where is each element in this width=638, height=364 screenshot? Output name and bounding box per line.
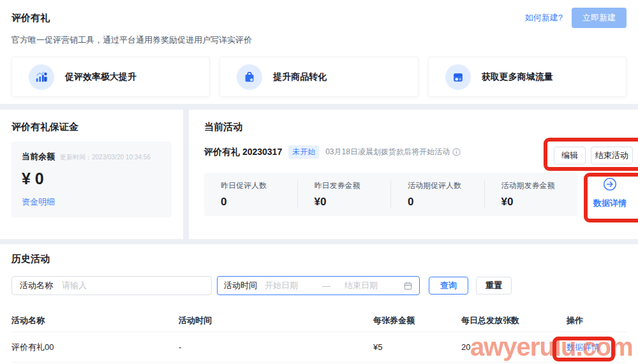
shopping-bag-icon: [237, 64, 262, 90]
balance-amount: ¥ 0: [22, 170, 161, 188]
stat-yesterday-coupon-amount: 昨日发券金额 ¥0: [297, 180, 391, 208]
feature-card-efficiency: 促评效率极大提升: [11, 57, 210, 97]
col-header-actions: 操作: [567, 315, 627, 326]
filter-row: 活动名称 请输入 活动时间 开始日期 — 结束日期 查询 重置: [11, 276, 627, 295]
cell-coupon-amount: ¥5: [373, 342, 461, 352]
deposit-panel: 评价有礼保证金 当前余额 更新时间：2023/03/20 10:34:56 ¥ …: [0, 110, 183, 239]
col-header-coupon-amount: 每张券金额: [373, 315, 461, 326]
activity-name: 评价有礼 20230317: [204, 147, 282, 158]
stat-label: 昨日促评人数: [221, 180, 297, 191]
stat-period-coupon-amount: 活动期发券金额 ¥0: [484, 180, 578, 208]
status-badge: 未开始: [288, 145, 319, 159]
info-icon[interactable]: [452, 148, 461, 156]
data-detail-button[interactable]: 数据详情: [583, 177, 637, 209]
activity-note: 03月18日凌晨划拨货款后将开始活动: [325, 147, 461, 157]
stat-value: 0: [408, 196, 484, 208]
stat-value: ¥0: [315, 196, 391, 208]
history-title: 历史活动: [11, 253, 627, 265]
activity-time-label: 活动时间: [224, 280, 257, 291]
current-activity-title: 当前活动: [204, 121, 638, 133]
history-table: 活动名称 活动时间 每张券金额 每日总发放张数 操作 评价有礼00 - ¥5 2…: [11, 309, 627, 363]
activity-time-range-input[interactable]: 活动时间 开始日期 — 结束日期: [217, 276, 420, 295]
how-to-create-link[interactable]: 如何新建?: [525, 12, 563, 24]
history-section: 历史活动 活动名称 请输入 活动时间 开始日期 — 结束日期 查询 重置 活动名…: [0, 244, 638, 364]
activity-name-input[interactable]: 活动名称 请输入: [11, 276, 212, 295]
feature-label: 获取更多商城流量: [482, 71, 553, 83]
chart-growth-icon: [29, 64, 54, 90]
row-data-detail-link[interactable]: 数据详情: [567, 342, 627, 353]
feature-card-conversion: 提升商品转化: [219, 57, 418, 97]
page-title: 评价有礼: [11, 12, 50, 24]
page-subtitle: 官方唯一促评营销工具，通过平台通用券奖励促进用户写详实评价: [0, 28, 638, 46]
table-row: 评价有礼00 - ¥5 20 数据详情: [11, 332, 627, 363]
stat-period-reviewers: 活动期促评人数 0: [390, 180, 484, 208]
current-activity-panel: 当前活动 评价有礼 20230317 未开始 03月18日凌晨划拨货款后将开始活…: [189, 110, 638, 239]
feature-label: 促评效率极大提升: [65, 71, 137, 83]
table-header-row: 活动名称 活动时间 每张券金额 每日总发放张数 操作: [11, 309, 627, 332]
feature-banner-row: 促评效率极大提升 提升商品转化 获取更多商城流量: [0, 46, 638, 97]
edit-button[interactable]: 编辑: [554, 147, 586, 164]
funds-detail-link[interactable]: 资金明细: [22, 196, 161, 208]
start-date-placeholder: 开始日期: [265, 280, 298, 291]
activity-name-input-placeholder: 请输入: [62, 280, 87, 291]
date-range-separator: —: [322, 281, 330, 291]
arrow-circle-icon: [603, 182, 617, 193]
stat-label: 活动期发券金额: [501, 180, 578, 191]
data-detail-label: 数据详情: [583, 198, 637, 209]
activity-note-text: 03月18日凌晨划拨货款后将开始活动: [325, 147, 450, 157]
stat-label: 昨日发券金额: [315, 180, 391, 191]
intro-section: 评价有礼 如何新建? 立即新建 官方唯一促评营销工具，通过平台通用券奖励促进用户…: [0, 0, 638, 104]
create-now-button[interactable]: 立即新建: [572, 8, 627, 28]
reset-button[interactable]: 重置: [476, 277, 512, 295]
balance-card: 当前余额 更新时间：2023/03/20 10:34:56 ¥ 0 资金明细: [11, 142, 172, 217]
col-header-activity-time: 活动时间: [179, 315, 373, 326]
balance-label: 当前余额: [22, 151, 55, 163]
stat-yesterday-reviewers: 昨日促评人数 0: [204, 180, 297, 208]
stat-label: 活动期促评人数: [408, 180, 484, 191]
stat-value: ¥0: [501, 196, 578, 208]
deposit-title: 评价有礼保证金: [11, 121, 172, 133]
col-header-daily-total: 每日总发放张数: [461, 315, 567, 326]
balance-updated-time: 更新时间：2023/03/20 10:34:56: [60, 153, 151, 162]
end-activity-button[interactable]: 结束活动: [591, 147, 633, 164]
stat-value: 0: [221, 196, 297, 208]
page: 评价有礼 如何新建? 立即新建 官方唯一促评营销工具，通过平台通用券奖励促进用户…: [0, 0, 638, 364]
calendar-icon[interactable]: [403, 281, 413, 291]
activity-name-input-label: 活动名称: [20, 280, 53, 291]
feature-label: 提升商品转化: [273, 71, 327, 83]
search-button[interactable]: 查询: [429, 277, 468, 295]
end-date-placeholder: 结束日期: [345, 280, 378, 291]
stats-card: 昨日促评人数 0 昨日发券金额 ¥0 活动期促评人数 0 活动期发券金额 ¥0: [204, 173, 577, 216]
cell-daily-total: 20: [461, 342, 567, 352]
store-traffic-icon: [445, 64, 471, 90]
cell-activity-time: -: [179, 342, 373, 352]
col-header-activity-name: 活动名称: [11, 315, 179, 326]
cell-activity-name: 评价有礼00: [11, 342, 179, 353]
feature-card-traffic: 获取更多商城流量: [428, 57, 627, 97]
